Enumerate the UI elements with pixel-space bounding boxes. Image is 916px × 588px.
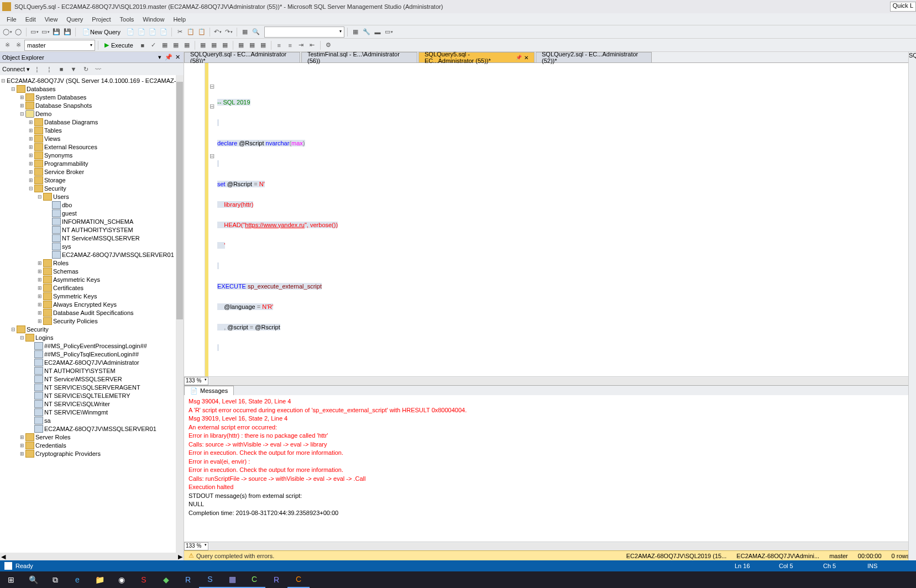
disconnect-icon[interactable]: ¦	[44, 64, 54, 74]
users-node[interactable]: Users	[53, 193, 69, 200]
task-view-icon[interactable]: ⧉	[44, 571, 66, 588]
logins-node[interactable]: Logins	[35, 334, 53, 341]
start-button[interactable]: ⊞	[0, 571, 22, 588]
dmx-query-icon[interactable]: 📄	[148, 27, 158, 37]
chrome-icon[interactable]: ◉	[111, 571, 133, 588]
search-icon[interactable]: 🔍	[22, 571, 44, 588]
redo-button[interactable]: ↷	[224, 27, 234, 37]
stop-icon[interactable]: ■	[56, 64, 66, 74]
demo-db-node[interactable]: Demo	[35, 111, 51, 117]
views-node[interactable]: Views	[44, 135, 60, 142]
ssms-taskbar-icon[interactable]: ▦	[221, 571, 243, 588]
xmla-query-icon[interactable]: 📄	[159, 27, 169, 37]
find-combo[interactable]	[264, 27, 344, 38]
rstudio-icon[interactable]: R	[177, 571, 199, 588]
tab-testimfinal[interactable]: TestimFinal.sql - E...\Administrator (56…	[301, 52, 417, 62]
certs-node[interactable]: Certificates	[53, 285, 83, 291]
messages-tab[interactable]: 📄 Messages	[184, 386, 234, 395]
refresh-icon[interactable]: ↻	[81, 64, 91, 74]
ie-icon[interactable]: e	[66, 571, 88, 588]
login-item[interactable]: NT SERVICE\SQLTELEMETRY	[44, 392, 130, 399]
t2-btn1[interactable]: ※	[2, 40, 12, 50]
menu-project[interactable]: Project	[87, 14, 115, 24]
user-info-schema[interactable]: INFORMATION_SCHEMA	[62, 218, 133, 225]
app-green-icon[interactable]: ◆	[155, 571, 177, 588]
tree-hscrollbar[interactable]: ◀▶	[0, 553, 184, 560]
results-file-icon[interactable]: ▦	[258, 40, 268, 50]
databases-node[interactable]: Databases	[27, 86, 56, 92]
forward-button[interactable]: ◯	[13, 27, 23, 37]
login-item[interactable]: NT SERVICE\Winmgmt	[44, 409, 108, 416]
indent-icon[interactable]: ⇥	[296, 40, 306, 50]
results-grid-icon[interactable]: ▦	[247, 40, 257, 50]
explorer-icon[interactable]: 📁	[88, 571, 111, 588]
tool3-icon[interactable]: ▭	[384, 27, 394, 37]
tree-vscrollbar[interactable]	[176, 75, 184, 553]
back-button[interactable]: ◯	[2, 27, 12, 37]
messages-hscrollbar[interactable]	[210, 543, 916, 550]
object-explorer-tree[interactable]: ⊟EC2AMAZ-68OQ7JV (SQL Server 14.0.1000.1…	[0, 75, 184, 553]
menu-tools[interactable]: Tools	[116, 14, 139, 24]
paste-button[interactable]: 📋	[197, 27, 207, 37]
asym-keys-node[interactable]: Asymmetric Keys	[53, 276, 100, 283]
app-blue-icon[interactable]: S	[199, 571, 221, 588]
messages-zoom-combo[interactable]: 133 %	[184, 542, 208, 550]
connect-icon[interactable]: ¦	[32, 64, 42, 74]
stop-button[interactable]: ■	[138, 40, 148, 50]
parse-button[interactable]: ✓	[149, 40, 159, 50]
tab-sqlquery5-active[interactable]: SQLQuery5.sql - EC...Administrator (55))…	[418, 52, 535, 62]
activity-monitor-icon[interactable]: ▦	[350, 27, 360, 37]
app-c-icon[interactable]: C	[243, 571, 265, 588]
login-item[interactable]: EC2AMAZ-68OQ7JV\MSSQLSERVER01	[44, 426, 156, 432]
query-options-icon[interactable]: ▦	[171, 40, 181, 50]
messages-pane[interactable]: Msg 39004, Level 16, State 20, Line 4 A …	[184, 395, 916, 542]
sysdb-node[interactable]: System Databases	[35, 94, 86, 101]
comment-icon[interactable]: ≡	[274, 40, 284, 50]
tool-icon[interactable]: 🔧	[362, 27, 371, 37]
login-item[interactable]: EC2AMAZ-68OQ7JV\Administrator	[44, 359, 139, 366]
user-nt-service[interactable]: NT Service\MSSQLSERVER	[62, 235, 140, 242]
diagrams-node[interactable]: Database Diagrams	[44, 119, 98, 125]
user-guest[interactable]: guest	[62, 210, 77, 217]
intellisense-icon[interactable]: ▦	[182, 40, 192, 50]
zoom-combo[interactable]: 133 %	[184, 377, 208, 385]
connect-button[interactable]: Connect ▾	[2, 66, 30, 73]
user-sys[interactable]: sys	[62, 243, 71, 250]
database-combo[interactable]: master	[24, 40, 95, 51]
login-item[interactable]: sa	[44, 417, 51, 424]
login-item[interactable]: NT SERVICE\SQLSERVERAGENT	[44, 384, 140, 391]
menu-window[interactable]: Window	[138, 14, 169, 24]
extres-node[interactable]: External Resources	[44, 144, 97, 150]
secpol-node[interactable]: Security Policies	[53, 318, 98, 324]
login-item[interactable]: ##MS_PolicyEventProcessingLogin##	[44, 343, 147, 349]
pin-icon[interactable]: 📌	[516, 55, 522, 60]
synonyms-node[interactable]: Synonyms	[44, 152, 72, 159]
include-client-stats-icon[interactable]: ▦	[220, 40, 230, 50]
tool2-icon[interactable]: ▬	[373, 27, 383, 37]
editor-hscrollbar[interactable]	[210, 377, 916, 385]
sbroker-node[interactable]: Service Broker	[44, 169, 84, 175]
user-nt-system[interactable]: NT AUTHORITY\SYSTEM	[62, 227, 133, 233]
login-item[interactable]: NT SERVICE\SQLWriter	[44, 401, 110, 407]
server-security-node[interactable]: Security	[27, 326, 49, 333]
tab-sqlquery8[interactable]: SQLQuery8.sql - EC...Administrator (58))…	[184, 52, 300, 62]
properties-button[interactable]: ▦	[240, 27, 250, 37]
close-icon[interactable]: ✕	[524, 55, 528, 61]
code-content[interactable]: -- SQL 2019 declare @Rscript nvarchar(ma…	[215, 63, 909, 376]
results-text-icon[interactable]: ▦	[236, 40, 246, 50]
server-node[interactable]: EC2AMAZ-68OQ7JV (SQL Server 14.0.1000.16…	[7, 77, 184, 84]
panel-dropdown-icon[interactable]: ▾	[156, 54, 164, 61]
save-button[interactable]: 💾	[51, 27, 61, 37]
cut-button[interactable]: ✂	[175, 27, 185, 37]
das-node[interactable]: Database Audit Specifications	[53, 309, 134, 316]
filter-icon[interactable]: ▼	[69, 64, 78, 74]
estimated-plan-icon[interactable]: ▦	[160, 40, 170, 50]
user-ec2[interactable]: EC2AMAZ-68OQ7JV\MSSQLSERVER01	[62, 251, 174, 258]
roles-node[interactable]: Roles	[53, 260, 69, 266]
include-stats-icon[interactable]: ▦	[209, 40, 219, 50]
outdent-icon[interactable]: ⇤	[307, 40, 317, 50]
execute-button[interactable]: ▶Execute	[101, 40, 137, 51]
mdx-query-icon[interactable]: 📄	[137, 27, 146, 37]
t2-btn2[interactable]: ※	[13, 40, 23, 50]
menu-view[interactable]: View	[40, 14, 62, 24]
